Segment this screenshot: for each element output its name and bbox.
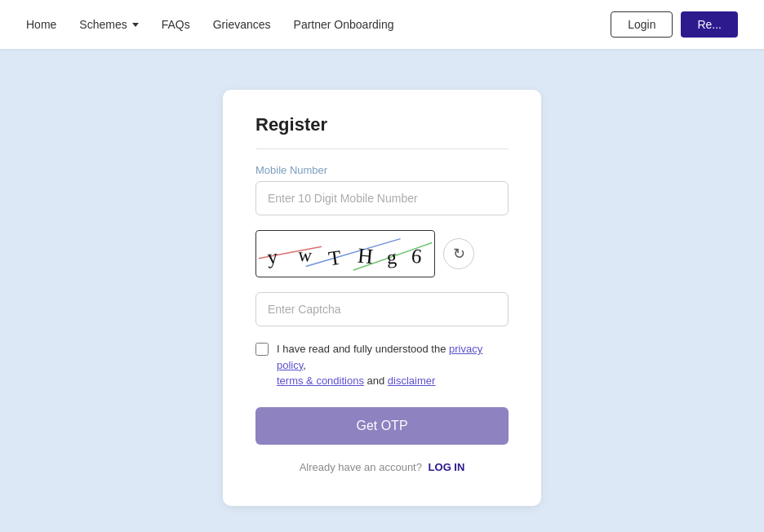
card-divider <box>255 149 509 149</box>
nav-links: Home Schemes FAQs Grievances Partner Onb… <box>26 18 611 31</box>
login-button[interactable]: Login <box>611 11 673 38</box>
card-title: Register <box>255 114 509 135</box>
register-card: Register Mobile Number y w T H <box>223 90 541 506</box>
already-account-text: Already have an account? <box>300 461 422 473</box>
captcha-refresh-button[interactable]: ↻ <box>443 238 474 269</box>
nav-faqs[interactable]: FAQs <box>162 18 190 31</box>
terms-checkbox[interactable] <box>255 343 269 356</box>
register-button[interactable]: Re... <box>681 11 738 38</box>
captcha-row: y w T H g 6 ↻ <box>255 230 509 277</box>
terms-conditions-link[interactable]: terms & conditions <box>277 375 364 387</box>
captcha-input[interactable] <box>255 292 509 326</box>
mobile-input[interactable] <box>255 181 509 215</box>
nav-buttons: Login Re... <box>611 11 738 38</box>
nav-home[interactable]: Home <box>26 18 56 31</box>
nav-partner[interactable]: Partner Onboarding <box>294 18 394 31</box>
mobile-label: Mobile Number <box>255 164 509 176</box>
terms-text-middle: , <box>303 359 306 371</box>
get-otp-button[interactable]: Get OTP <box>255 407 509 445</box>
captcha-svg: y w T H g 6 <box>256 231 434 277</box>
terms-text-before: I have read and fully understood the <box>277 343 449 355</box>
terms-checkbox-row: I have read and fully understood the pri… <box>255 341 509 389</box>
svg-text:H: H <box>357 244 374 269</box>
svg-text:g: g <box>386 246 397 268</box>
login-row: Already have an account? LOG IN <box>255 461 509 473</box>
terms-text-and: and <box>364 375 388 387</box>
svg-text:w: w <box>298 244 313 266</box>
chevron-down-icon <box>132 23 139 27</box>
login-link[interactable]: LOG IN <box>429 461 465 473</box>
nav-grievances[interactable]: Grievances <box>213 18 271 31</box>
nav-schemes-label: Schemes <box>79 18 127 31</box>
nav-schemes[interactable]: Schemes <box>79 18 138 31</box>
captcha-image: y w T H g 6 <box>255 230 435 277</box>
terms-label: I have read and fully understood the pri… <box>277 341 509 389</box>
navbar: Home Schemes FAQs Grievances Partner Onb… <box>0 0 764 49</box>
disclaimer-link[interactable]: disclaimer <box>388 375 436 387</box>
main-content: Register Mobile Number y w T H <box>0 49 764 506</box>
